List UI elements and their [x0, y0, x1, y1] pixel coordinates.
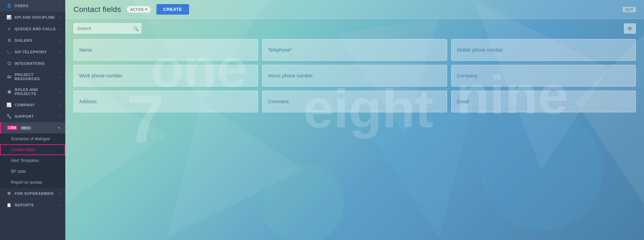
- integrations-icon: ⬡: [6, 61, 12, 66]
- chevron-icon: ‹: [58, 39, 60, 42]
- field-label: Name: [79, 47, 92, 53]
- sidebar-label: QUEUES AND CALLS: [15, 27, 56, 31]
- queues-icon: ≡: [6, 26, 12, 31]
- superadmins-icon: ⚙: [6, 191, 12, 196]
- sidebar-item-report-quotas[interactable]: Report on quotas: [0, 177, 65, 188]
- dropdown-arrow-icon: ▾: [145, 7, 147, 12]
- sidebar-label: SUPPORT: [15, 114, 56, 118]
- sidebar-item-crm[interactable]: CRM BETA ▾: [0, 122, 65, 133]
- sidebar-label: PROJECT RESOURCES: [15, 73, 56, 81]
- field-label: Home phone number: [268, 73, 313, 78]
- roles-icon: ◉: [6, 89, 12, 94]
- sidebar-item-dialers[interactable]: ⊙ DIALERS ‹: [0, 35, 65, 46]
- field-card-address[interactable]: Address: [73, 91, 258, 112]
- crm-beta-badge: BETA: [20, 126, 31, 130]
- sip-icon: 📞: [6, 50, 12, 54]
- sidebar-label: KPI AND DISCIPLINE: [15, 15, 56, 19]
- sidebar-item-roles[interactable]: ◉ ROLES AND PROJECTS ‹: [0, 84, 65, 99]
- page-header: Contact fields ACTIVE ▾ CREATE GUT: [65, 0, 644, 19]
- crm-submenu: Scenarios of dialogue Contact fields Ale…: [0, 133, 65, 188]
- sidebar-item-users[interactable]: 👤 USERS ‹: [0, 0, 65, 12]
- search-icon-button[interactable]: 🔍: [133, 26, 139, 31]
- sidebar-label: SIP-TELEPHONY: [15, 50, 56, 54]
- company-icon: 📈: [6, 103, 12, 107]
- chevron-icon: ‹: [58, 75, 60, 79]
- crm-badge: CRM: [6, 126, 18, 130]
- chevron-icon: ‹: [58, 4, 60, 8]
- fields-grid: Name Telephone* Mobile phone number Work…: [73, 39, 636, 112]
- field-card-email[interactable]: Email: [451, 91, 636, 112]
- field-label: Address: [79, 99, 97, 104]
- create-button[interactable]: CREATE: [156, 4, 189, 15]
- search-bar: 🔍 ⚙: [65, 19, 644, 38]
- sidebar-label: COMPANY: [15, 103, 56, 107]
- sidebar-item-reports[interactable]: 📋 REPORTS ‹: [0, 199, 65, 211]
- sidebar-item-sip[interactable]: 📞 SIP-TELEPHONY ‹: [0, 46, 65, 58]
- users-icon: 👤: [6, 3, 12, 8]
- sidebar-item-superadmins[interactable]: ⚙ FOR SUPERADMINS ‹: [0, 188, 65, 199]
- field-label: Work phone number: [79, 73, 122, 78]
- support-icon: 🔧: [6, 114, 12, 119]
- sidebar-item-contact-fields[interactable]: Contact fields: [0, 144, 65, 155]
- page-title: Contact fields: [73, 5, 121, 14]
- field-label: Email: [457, 99, 469, 104]
- field-label: Company: [457, 73, 477, 78]
- sidebar-label: ROLES AND PROJECTS: [15, 88, 56, 96]
- chevron-icon: ‹: [58, 203, 60, 207]
- sidebar-label: REPORTS: [15, 203, 56, 207]
- active-filter-button[interactable]: ACTIVE ▾: [126, 6, 151, 13]
- field-label: Comment: [268, 99, 289, 104]
- gear-icon: ⚙: [628, 26, 632, 31]
- sidebar-item-queues[interactable]: ≡ QUEUES AND CALLS ‹: [0, 23, 65, 35]
- sidebar-item-support[interactable]: 🔧 SUPPORT ‹: [0, 111, 65, 122]
- field-card-company[interactable]: Company: [451, 65, 636, 87]
- search-input[interactable]: [73, 23, 141, 34]
- field-card-home-phone[interactable]: Home phone number: [262, 65, 447, 87]
- chevron-icon: ‹: [58, 192, 60, 196]
- field-card-work-phone[interactable]: Work phone number: [73, 65, 258, 87]
- field-card-comment[interactable]: Comment: [262, 91, 447, 112]
- sidebar-label: DIALERS: [15, 38, 56, 42]
- search-input-wrap: 🔍: [73, 23, 141, 34]
- sidebar-item-integrations[interactable]: ⬡ INTEGRATIONS ‹: [0, 58, 65, 69]
- gut-label: GUT: [623, 7, 636, 12]
- crm-chevron-icon: ▾: [58, 126, 60, 130]
- sidebar-item-kpi[interactable]: 📊 KPI AND DISCIPLINE ‹: [0, 12, 65, 23]
- chevron-icon: ‹: [58, 115, 60, 118]
- sidebar-label: USERS: [15, 4, 56, 8]
- kpi-icon: 📊: [6, 15, 12, 20]
- search-icon: 🔍: [133, 26, 139, 31]
- chevron-icon: ‹: [58, 16, 60, 19]
- dialers-icon: ⊙: [6, 38, 12, 43]
- field-card-mobile[interactable]: Mobile phone number: [451, 39, 636, 61]
- project-icon: 🗂: [6, 74, 12, 79]
- sidebar: 👤 USERS ‹ 📊 KPI AND DISCIPLINE ‹ ≡ QUEUE…: [0, 0, 65, 240]
- field-label: Telephone*: [268, 47, 292, 53]
- reports-icon: 📋: [6, 203, 12, 207]
- chevron-icon: ‹: [58, 90, 60, 94]
- field-card-name[interactable]: Name: [73, 39, 258, 61]
- sidebar-item-project-resources[interactable]: 🗂 PROJECT RESOURCES ‹: [0, 69, 65, 84]
- chevron-icon: ‹: [58, 62, 60, 66]
- field-label: Mobile phone number: [457, 47, 503, 53]
- sidebar-item-bp-stats[interactable]: BP stats: [0, 166, 65, 177]
- sidebar-item-company[interactable]: 📈 COMPANY ‹: [0, 99, 65, 111]
- sidebar-label: INTEGRATIONS: [15, 61, 56, 66]
- field-card-telephone[interactable]: Telephone*: [262, 39, 447, 61]
- fields-area: Name Telephone* Mobile phone number Work…: [65, 38, 644, 240]
- main-content: one 7 eight nine Contact fields ACTIVE ▾…: [65, 0, 644, 240]
- sidebar-label: FOR SUPERADMINS: [15, 191, 56, 196]
- chevron-icon: ‹: [58, 103, 60, 107]
- active-label: ACTIVE: [130, 7, 144, 12]
- chevron-icon: ‹: [58, 50, 60, 54]
- chevron-icon: ‹: [58, 27, 60, 31]
- sidebar-item-scenarios[interactable]: Scenarios of dialogue: [0, 133, 65, 144]
- settings-icon-button[interactable]: ⚙: [624, 23, 636, 34]
- sidebar-item-alert-templates[interactable]: Alert Templates: [0, 155, 65, 166]
